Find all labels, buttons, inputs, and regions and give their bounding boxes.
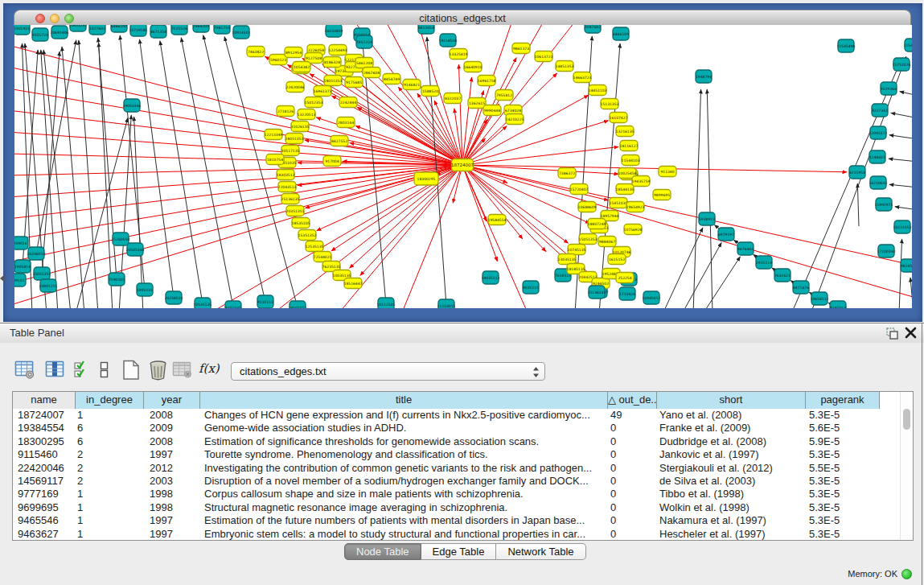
network-canvas[interactable]: 2301915935572420691406106532871327602646… xyxy=(14,25,912,308)
graph-node-label: 1905814 xyxy=(14,265,31,269)
table-row[interactable]: 2242004622012Investigating the contribut… xyxy=(13,462,900,475)
cell-name: 9699695 xyxy=(13,501,76,514)
column-header-title[interactable]: title xyxy=(200,392,608,409)
graph-node-label: 15720407 xyxy=(570,187,589,192)
network-selector[interactable]: citations_edges.txt xyxy=(231,362,545,381)
import-table-icon-disabled[interactable] xyxy=(172,360,193,379)
graph-node-label: 29053346 xyxy=(123,104,142,108)
table-body: 1872400712008Changes of HCN gene express… xyxy=(13,409,900,541)
cell-out_de: 0 xyxy=(608,514,657,527)
table-row[interactable]: 977716911998Corpus callosum shape and si… xyxy=(13,488,900,501)
graph-node-label: 76235135 xyxy=(322,265,341,269)
graph-node-label: 14663723 xyxy=(573,76,592,80)
graph-node-label: 911340 xyxy=(660,170,674,174)
cell-short: Jankovic et al. (1997) xyxy=(657,448,806,461)
cell-title: Disruption of a novel member of a sodium… xyxy=(200,475,608,488)
table-row[interactable]: 946554611997Estimation of the future num… xyxy=(13,514,900,527)
function-builder-icon[interactable]: f(x) xyxy=(199,361,220,376)
table-row[interactable]: 1938455462009Genome-wide association stu… xyxy=(13,422,900,435)
table-scrollbar[interactable] xyxy=(900,392,913,540)
graph-node-label: 8912954 xyxy=(285,51,302,55)
cell-pagerank: 5.6E-5 xyxy=(806,422,880,435)
cell-out_de: 0 xyxy=(608,475,657,488)
graph-node-label: 9135110 xyxy=(257,300,273,304)
cell-title: Investigating the contribution of common… xyxy=(200,462,608,475)
graph-node-label: 12254493 xyxy=(329,48,347,52)
graph-node-label: 10112505 xyxy=(377,303,396,307)
graph-node-label: 8215958 xyxy=(849,171,865,175)
graph-node-label: 10654112 xyxy=(811,297,829,301)
table-settings-icon[interactable] xyxy=(14,360,36,380)
cell-short: Franke et al. (2009) xyxy=(657,422,806,435)
column-visibility-icon[interactable] xyxy=(45,360,66,380)
network-window-titlebar[interactable]: citations_edges.txt xyxy=(14,10,911,26)
cell-short: Yano et al. (2008) xyxy=(657,409,806,422)
graph-node-label: 1733426 xyxy=(619,292,635,296)
graph-node-label: 20351351 xyxy=(286,209,305,213)
cell-out_de: 0 xyxy=(608,488,657,501)
graph-node-label: 18303513 xyxy=(277,173,295,177)
cell-year: 2003 xyxy=(144,475,200,488)
graph-node-label: 10914502 xyxy=(232,31,251,35)
graph-node-label: 28051353 xyxy=(285,137,304,141)
column-header-short[interactable]: short xyxy=(657,392,806,409)
graph-node-label: 31026135 xyxy=(291,125,310,129)
delete-table-icon[interactable] xyxy=(148,360,169,381)
graph-node-label: 10688609 xyxy=(578,205,597,209)
column-header-out_de[interactable]: △ out_de... xyxy=(608,392,657,409)
cell-title: Corpus callosum shape and size in male p… xyxy=(200,488,608,501)
column-header-in_degree[interactable]: in_degree xyxy=(76,392,144,409)
cell-short: de Silva et al. (2003) xyxy=(657,475,806,488)
graph-node-label: 10801251 xyxy=(39,284,58,288)
tab-node-table[interactable]: Node Table xyxy=(344,543,421,560)
graph-node-label: 7632621 xyxy=(774,274,791,278)
graph-node-label: 16107427 xyxy=(610,116,628,120)
tab-edge-table[interactable]: Edge Table xyxy=(421,543,497,560)
graph-node-label: 17100340 xyxy=(877,249,896,253)
graph-node-label: 13035135 xyxy=(558,257,577,262)
graph-node-label: 16033809 xyxy=(325,29,343,33)
graph-node-label: 14451103 xyxy=(589,89,607,93)
column-header-year[interactable]: year xyxy=(144,392,200,409)
graph-node-label: 9355724 xyxy=(32,33,48,37)
table-row[interactable]: 911546021997Tourette syndrome. Phenomeno… xyxy=(13,448,900,461)
graph-node-label: 13325419 xyxy=(450,52,468,56)
memory-status[interactable]: Memory: OK xyxy=(848,569,912,579)
graph-node-label: 2301915 xyxy=(14,27,30,31)
row-height-icon[interactable] xyxy=(99,360,110,380)
cell-in_degree: 2 xyxy=(76,475,144,488)
table-row[interactable]: 946362711997Embryonic stem cells: a mode… xyxy=(13,528,900,541)
cell-name: 9463627 xyxy=(13,528,76,541)
cell-in_degree: 1 xyxy=(76,528,144,541)
table-scrollbar-thumb[interactable] xyxy=(903,409,910,430)
cell-out_de: 49 xyxy=(608,409,657,422)
float-window-icon[interactable] xyxy=(885,327,899,340)
graph-node-label: 18035113 xyxy=(482,276,500,280)
new-document-icon[interactable] xyxy=(121,360,142,381)
graph-node-label: 7955812 xyxy=(496,93,512,97)
table-row[interactable]: 1830029562008Estimation of significance … xyxy=(13,435,900,448)
graph-node-label: 252254 xyxy=(618,276,631,280)
table-row[interactable]: 969969511998Structural magnetic resonanc… xyxy=(13,501,900,514)
graph-node-label: 16961758 xyxy=(478,79,496,83)
graph-node-label: 1054382 xyxy=(294,65,310,69)
graph-node-label: 7463822 xyxy=(248,50,264,54)
column-header-pagerank[interactable]: pagerank xyxy=(806,392,880,409)
tab-network-table[interactable]: Network Table xyxy=(496,543,585,560)
graph-node-label: 10035135 xyxy=(333,274,351,278)
graph-node-label: 6734028 xyxy=(505,109,521,113)
close-panel-icon[interactable] xyxy=(905,327,917,339)
column-header-name[interactable]: name xyxy=(13,392,76,409)
table-row[interactable]: 1456911722003Disruption of a novel membe… xyxy=(13,475,900,488)
cell-year: 1997 xyxy=(144,514,200,527)
table-row[interactable]: 1872400712008Changes of HCN gene express… xyxy=(13,409,900,422)
graph-node-label: 10025458 xyxy=(618,171,637,175)
cell-year: 2009 xyxy=(144,422,200,435)
cell-out_de: 0 xyxy=(608,435,657,448)
graph-node-label: 2803144 xyxy=(338,121,354,125)
graph-node-label: 12213349 xyxy=(265,133,283,137)
west-panel-collapse-arrow[interactable] xyxy=(0,274,5,282)
select-columns-icon[interactable] xyxy=(73,360,89,380)
memory-status-label: Memory: OK xyxy=(848,569,897,579)
cell-year: 2012 xyxy=(144,462,200,475)
